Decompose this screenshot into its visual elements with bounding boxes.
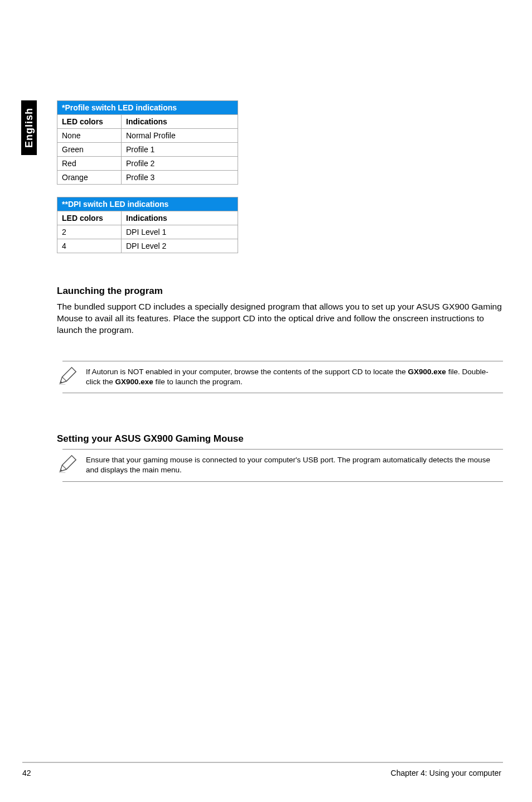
table-row: Orange Profile 3	[57, 171, 238, 185]
setting-heading: Setting your ASUS GX900 Gaming Mouse	[57, 433, 503, 445]
table-row: Green Profile 1	[57, 143, 238, 157]
cell-led-color: Green	[57, 143, 122, 157]
page-content: *Profile switch LED indications LED colo…	[57, 100, 503, 482]
launching-body: The bundled support CD includes a specia…	[57, 301, 503, 336]
profile-col2-header: Indications	[122, 115, 238, 129]
table-row: Red Profile 2	[57, 157, 238, 171]
dpi-table-title: **DPI switch LED indications	[57, 197, 238, 211]
cell-indication: Profile 2	[122, 157, 238, 171]
note-text: Ensure that your gaming mouse is connect…	[62, 449, 503, 481]
chapter-reference: Chapter 4: Using your computer	[391, 769, 501, 777]
footer-divider	[22, 762, 503, 763]
filename-bold: GX900.exe	[115, 378, 153, 386]
language-tab: English	[21, 100, 37, 155]
filename-bold: GX900.exe	[408, 368, 446, 376]
profile-table-title: *Profile switch LED indications	[57, 101, 238, 115]
note-text-part: file to launch the program.	[153, 378, 243, 386]
cell-indication: DPI Level 2	[122, 239, 238, 253]
page-number: 42	[22, 769, 31, 777]
cell-led-color: 2	[57, 225, 122, 239]
cell-led-color: 4	[57, 239, 122, 253]
table-row: 2 DPI Level 1	[57, 225, 238, 239]
note-block: Ensure that your gaming mouse is connect…	[57, 449, 503, 481]
cell-indication: Normal Profile	[122, 129, 238, 143]
cell-led-color: Orange	[57, 171, 122, 185]
table-row: None Normal Profile	[57, 129, 238, 143]
launching-heading: Launching the program	[57, 286, 503, 297]
cell-indication: Profile 3	[122, 171, 238, 185]
profile-col1-header: LED colors	[57, 115, 122, 129]
dpi-col1-header: LED colors	[57, 211, 122, 225]
dpi-switch-table: **DPI switch LED indications LED colors …	[57, 197, 238, 253]
note-text: If Autorun is NOT enabled in your comput…	[62, 361, 503, 393]
table-row: 4 DPI Level 2	[57, 239, 238, 253]
cell-indication: Profile 1	[122, 143, 238, 157]
cell-led-color: Red	[57, 157, 122, 171]
profile-switch-table: *Profile switch LED indications LED colo…	[57, 100, 238, 185]
note-block: If Autorun is NOT enabled in your comput…	[57, 361, 503, 393]
note-text-part: If Autorun is NOT enabled in your comput…	[86, 368, 408, 376]
cell-led-color: None	[57, 129, 122, 143]
cell-indication: DPI Level 1	[122, 225, 238, 239]
dpi-col2-header: Indications	[122, 211, 238, 225]
